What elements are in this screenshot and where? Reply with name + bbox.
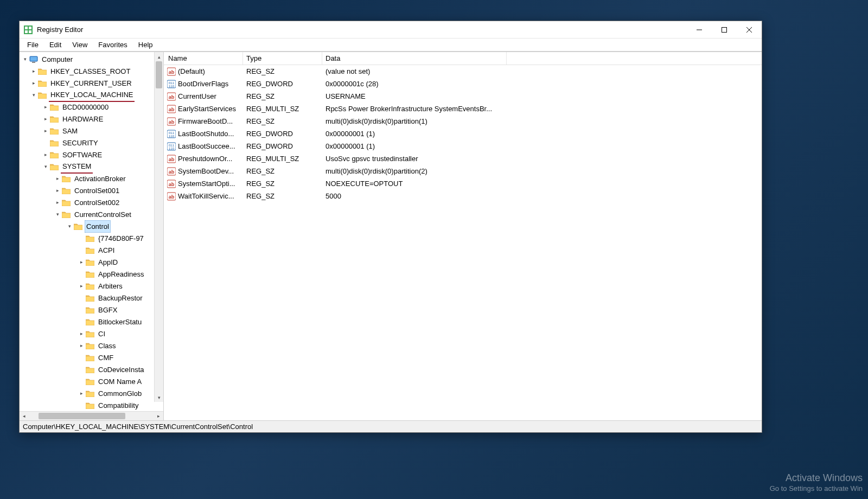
scroll-down-icon[interactable]: ▾	[155, 393, 163, 402]
value-row[interactable]: CurrentUserREG_SZUSERNAME	[164, 90, 762, 103]
expander-class[interactable]: ▸	[78, 342, 85, 349]
expander-cs002[interactable]: ▸	[54, 199, 61, 206]
value-row[interactable]: SystemStartOpti...REG_SZ NOEXECUTE=OPTOU…	[164, 177, 762, 190]
tree-compat[interactable]: Compatibility	[97, 399, 140, 412]
expander-bcd[interactable]: ▸	[42, 104, 49, 110]
tree-appid[interactable]: AppID	[97, 256, 119, 268]
tree-bgfx[interactable]: BGFX	[97, 304, 119, 316]
tree-system[interactable]: SYSTEM	[61, 160, 93, 174]
close-button[interactable]	[737, 21, 762, 39]
expander-control[interactable]: ▾	[66, 223, 73, 229]
expander-hkcr[interactable]: ▸	[30, 68, 37, 74]
string-value-icon	[167, 192, 176, 201]
tree-guid[interactable]: {7746D80F-97	[97, 232, 145, 245]
binary-value-icon	[167, 130, 176, 138]
expander-ccs[interactable]: ▾	[54, 211, 61, 217]
value-name: SystemStartOpti...	[178, 180, 235, 188]
tree-backuprestore[interactable]: BackupRestor	[97, 292, 144, 304]
tree-computer[interactable]: Computer	[40, 53, 74, 66]
value-type: REG_SZ	[243, 92, 322, 100]
tree-bcd[interactable]: BCD00000000	[61, 101, 110, 113]
value-type: REG_DWORD	[243, 130, 322, 138]
expander-sam[interactable]: ▸	[42, 127, 49, 134]
folder-icon	[86, 258, 94, 266]
scroll-left-icon[interactable]: ◂	[20, 413, 29, 419]
tree-view[interactable]: ▾ Computer ▸ HKEY_CLASSES_ROOT ▸ HK	[20, 52, 163, 411]
tree-ci[interactable]: CI	[97, 328, 107, 340]
expander-arbiters[interactable]: ▸	[78, 283, 85, 289]
value-data: NOEXECUTE=OPTOUT	[322, 180, 507, 188]
folder-icon	[86, 234, 94, 242]
expander-activationbroker[interactable]: ▸	[54, 175, 61, 182]
minimize-button[interactable]	[687, 21, 712, 39]
menu-file[interactable]: File	[22, 40, 44, 50]
expander-system[interactable]: ▾	[42, 163, 49, 170]
folder-icon	[74, 222, 82, 230]
scroll-right-icon[interactable]: ▸	[154, 413, 163, 419]
list-rows[interactable]: (Default)REG_SZ(value not set)BootDriver…	[164, 65, 762, 420]
expander-computer[interactable]: ▾	[22, 56, 28, 62]
maximize-button[interactable]	[712, 21, 737, 39]
value-row[interactable]: (Default)REG_SZ(value not set)	[164, 65, 762, 78]
tree-codevice[interactable]: CoDeviceInsta	[97, 363, 146, 376]
tree-hardware[interactable]: HARDWARE	[61, 113, 105, 125]
column-name[interactable]: Name	[164, 52, 243, 65]
value-row[interactable]: SystemBootDev...REG_SZmulti(0)disk(0)rdi…	[164, 165, 762, 177]
tree-comname[interactable]: COM Name A	[97, 375, 143, 388]
value-row[interactable]: LastBootShutdo...REG_DWORD0x00000001 (1)	[164, 127, 762, 140]
tree-software[interactable]: SOFTWARE	[61, 149, 104, 161]
tree-arbiters[interactable]: Arbiters	[97, 280, 124, 292]
tree-security[interactable]: SECURITY	[61, 137, 100, 149]
expander-commonglob[interactable]: ▸	[78, 390, 85, 396]
value-data: USERNAME	[322, 92, 507, 100]
tree-appreadiness[interactable]: AppReadiness	[97, 268, 146, 280]
value-row[interactable]: EarlyStartServicesREG_MULTI_SZRpcSs Powe…	[164, 103, 762, 115]
menu-edit[interactable]: Edit	[44, 40, 67, 50]
scroll-thumb[interactable]	[156, 61, 162, 88]
value-row[interactable]: BootDriverFlagsREG_DWORD0x0000001c (28)	[164, 78, 762, 90]
column-type[interactable]: Type	[243, 52, 322, 65]
tree-cs002[interactable]: ControlSet002	[73, 196, 121, 209]
menu-help[interactable]: Help	[133, 40, 158, 50]
expander-software[interactable]: ▸	[42, 151, 49, 158]
string-value-icon	[167, 180, 176, 188]
tree-bitlocker[interactable]: BitlockerStatu	[97, 316, 143, 328]
scroll-thumb[interactable]	[39, 413, 125, 419]
value-row[interactable]: LastBootSuccee...REG_DWORD0x00000001 (1)	[164, 140, 762, 152]
folder-icon	[50, 163, 59, 170]
expander-hklm[interactable]: ▾	[30, 92, 37, 98]
value-row[interactable]: WaitToKillServic...REG_SZ5000	[164, 190, 762, 202]
tree-control[interactable]: Control	[85, 220, 111, 233]
tree-class[interactable]: Class	[97, 340, 118, 352]
column-data[interactable]: Data	[322, 52, 507, 65]
tree-vertical-scrollbar[interactable]: ▴ ▾	[154, 52, 163, 402]
tree-hklm[interactable]: HKEY_LOCAL_MACHINE	[49, 88, 135, 102]
expander-ci[interactable]: ▸	[78, 330, 85, 337]
value-row[interactable]: PreshutdownOr...REG_MULTI_SZUsoSvc gpsvc…	[164, 152, 762, 165]
expander-hardware[interactable]: ▸	[42, 116, 49, 122]
value-type: REG_SZ	[243, 180, 322, 188]
menu-view[interactable]: View	[67, 40, 93, 50]
values-list: Name Type Data (Default)REG_SZ(value not…	[164, 52, 762, 420]
value-row[interactable]: FirmwareBootD...REG_SZmulti(0)disk(0)rdi…	[164, 115, 762, 127]
tree-cmf[interactable]: CMF	[97, 351, 115, 364]
scroll-up-icon[interactable]: ▴	[155, 52, 163, 61]
tree-horizontal-scrollbar[interactable]: ◂ ▸	[20, 411, 163, 420]
expander-appid[interactable]: ▸	[78, 259, 85, 265]
registry-editor-window: Registry Editor File Edit View Favorites…	[19, 21, 762, 433]
menu-favorites[interactable]: Favorites	[93, 40, 132, 50]
folder-icon	[62, 210, 71, 218]
expander-cs001[interactable]: ▸	[54, 187, 61, 194]
tree-commonglob[interactable]: CommonGlob	[97, 387, 143, 400]
value-name: LastBootSuccee...	[178, 142, 235, 150]
tree-sam[interactable]: SAM	[61, 125, 79, 137]
value-type: REG_MULTI_SZ	[243, 155, 322, 163]
expander-hkcu[interactable]: ▸	[30, 80, 37, 86]
tree-hkcu[interactable]: HKEY_CURRENT_USER	[49, 77, 133, 89]
tree-cs001[interactable]: ControlSet001	[73, 184, 121, 197]
tree-acpi[interactable]: ACPI	[97, 244, 116, 257]
tree-activationbroker[interactable]: ActivationBroker	[73, 172, 127, 185]
tree-hkcr[interactable]: HKEY_CLASSES_ROOT	[49, 65, 132, 78]
tree-ccs[interactable]: CurrentControlSet	[73, 208, 133, 221]
statusbar: Computer\HKEY_LOCAL_MACHINE\SYSTEM\Curre…	[20, 420, 762, 432]
